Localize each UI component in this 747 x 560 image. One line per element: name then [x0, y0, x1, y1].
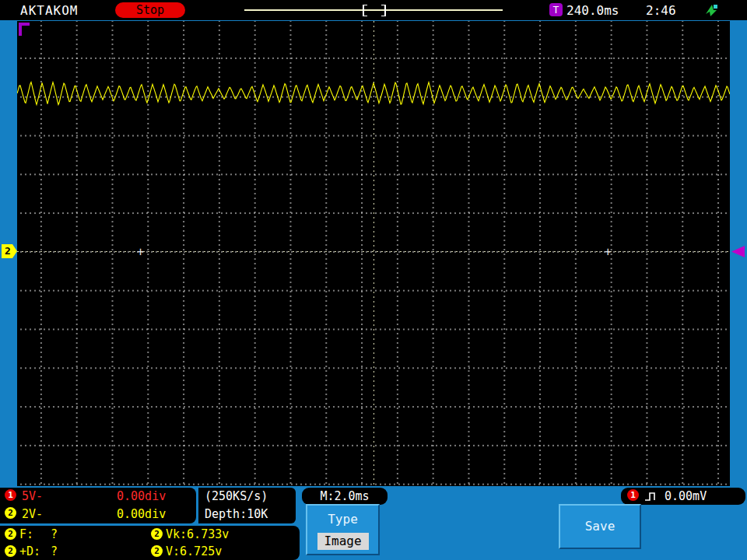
window-bracket-left-icon — [363, 5, 367, 16]
trigger-position-marker[interactable] — [19, 23, 30, 36]
waveform-display-area: + + — [17, 21, 730, 486]
oscilloscope-display: AKTAKOM Stop T 240.0ms 2:46 + + 2 1 5V- — [0, 0, 747, 560]
trigger-icon: T — [549, 3, 563, 16]
channel1-scale: 5V- — [22, 488, 43, 506]
channel2-offset: 0.00div — [117, 506, 166, 523]
measurement-panel: 2F:? 2Vk:6.733v 2+D:? 2V:6.725v — [0, 526, 300, 560]
trigger-position-line — [244, 9, 503, 11]
save-softkey-button[interactable]: Save — [559, 504, 641, 549]
type-selected-value[interactable]: Image — [317, 533, 369, 550]
acquisition-panel: (250KS/s) Depth:10K — [198, 488, 296, 523]
trigger-time-readout: 240.0ms — [566, 3, 619, 18]
channel2-zero-level-marker[interactable]: 2 — [2, 244, 17, 258]
trigger-level-readout: 0.00mV — [665, 488, 707, 505]
trigger-position-bar[interactable] — [233, 2, 514, 18]
type-softkey-button[interactable]: Type Image — [306, 504, 380, 555]
window-bracket-right-icon — [381, 5, 386, 16]
measurement-label: V: — [166, 544, 180, 558]
measurement-channel-badge: 2 — [151, 545, 163, 557]
measurement-value: ? — [51, 544, 58, 558]
waveform-path — [17, 82, 730, 105]
sample-rate-readout: (250KS/s) — [198, 488, 296, 506]
trigger-source-badge: 1 — [627, 489, 639, 501]
trigger-level-arrow[interactable] — [731, 246, 745, 257]
run-stop-status[interactable]: Stop — [115, 2, 185, 18]
channel1-badge: 1 — [5, 489, 16, 501]
measurement-vk: 2Vk:6.733v — [146, 527, 300, 541]
channel2-scale-row: 2 2V- 0.00div — [0, 506, 196, 523]
channel2-badge: 2 — [5, 507, 16, 519]
measurement-value: 6.725v — [180, 544, 222, 558]
channel1-offset: 0.00div — [117, 488, 166, 506]
measurement-channel-badge: 2 — [5, 528, 16, 540]
measurement-label: F: — [19, 527, 51, 541]
clock-readout: 2:46 — [646, 3, 676, 18]
usb-icon — [704, 3, 718, 17]
timebase-readout: M:2.0ms — [302, 488, 388, 505]
top-status-bar: AKTAKOM Stop T 240.0ms 2:46 — [0, 0, 747, 20]
memory-depth-readout: Depth:10K — [198, 506, 296, 523]
type-label: Type — [307, 512, 378, 527]
measurement-label: +D: — [19, 544, 51, 558]
trigger-level-panel: 1 0.00mV — [621, 488, 745, 505]
channel2-waveform — [17, 21, 730, 486]
measurement-label: Vk: — [166, 527, 187, 541]
measurement-channel-badge: 2 — [5, 545, 16, 557]
brand-logo: AKTAKOM — [20, 3, 78, 18]
channel-scale-panel: 1 5V- 0.00div 2 2V- 0.00div — [0, 488, 196, 523]
measurement-frequency: 2F:? — [0, 527, 146, 541]
measurement-value: 6.733v — [187, 527, 229, 541]
rising-edge-icon — [644, 491, 660, 502]
measurement-duty: 2+D:? — [0, 544, 146, 558]
channel2-scale: 2V- — [22, 506, 43, 523]
measurement-v: 2V:6.725v — [146, 544, 300, 558]
measurement-channel-badge: 2 — [151, 528, 163, 540]
channel1-scale-row: 1 5V- 0.00div — [0, 488, 196, 506]
measurement-value: ? — [51, 527, 58, 541]
